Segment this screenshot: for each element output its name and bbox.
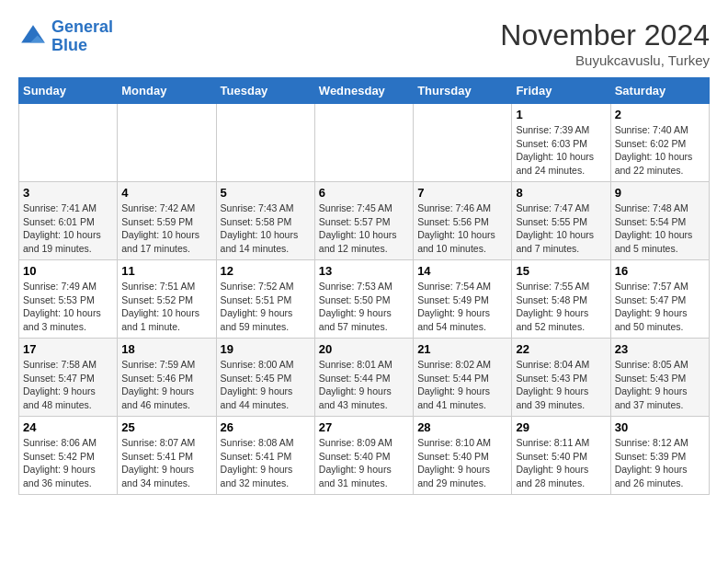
calendar-cell: 17Sunrise: 7:58 AM Sunset: 5:47 PM Dayli… <box>19 339 118 417</box>
day-number: 17 <box>23 342 113 356</box>
calendar-cell <box>314 104 413 182</box>
calendar-cell: 9Sunrise: 7:48 AM Sunset: 5:54 PM Daylig… <box>610 182 709 260</box>
calendar-cell: 5Sunrise: 7:43 AM Sunset: 5:58 PM Daylig… <box>216 182 314 260</box>
day-info: Sunrise: 8:05 AM Sunset: 5:43 PM Dayligh… <box>615 358 705 412</box>
day-info: Sunrise: 8:12 AM Sunset: 5:39 PM Dayligh… <box>615 436 705 490</box>
day-info: Sunrise: 7:47 AM Sunset: 5:55 PM Dayligh… <box>516 201 606 256</box>
calendar-week-1: 3Sunrise: 7:41 AM Sunset: 6:01 PM Daylig… <box>19 182 710 260</box>
day-info: Sunrise: 7:59 AM Sunset: 5:46 PM Dayligh… <box>121 358 211 412</box>
calendar-cell: 18Sunrise: 7:59 AM Sunset: 5:46 PM Dayli… <box>118 339 216 417</box>
calendar-cell: 26Sunrise: 8:08 AM Sunset: 5:41 PM Dayli… <box>216 417 314 495</box>
day-number: 26 <box>221 420 311 434</box>
day-number: 5 <box>221 186 311 200</box>
day-info: Sunrise: 7:40 AM Sunset: 6:02 PM Dayligh… <box>615 123 705 178</box>
day-number: 12 <box>221 264 311 278</box>
calendar-cell: 1Sunrise: 7:39 AM Sunset: 6:03 PM Daylig… <box>512 104 610 182</box>
calendar-cell: 15Sunrise: 7:55 AM Sunset: 5:48 PM Dayli… <box>512 260 610 339</box>
day-info: Sunrise: 7:39 AM Sunset: 6:03 PM Dayligh… <box>516 123 606 178</box>
month-title: November 2024 <box>500 18 710 52</box>
day-info: Sunrise: 8:06 AM Sunset: 5:42 PM Dayligh… <box>23 436 113 490</box>
day-number: 16 <box>615 264 705 278</box>
calendar-cell: 30Sunrise: 8:12 AM Sunset: 5:39 PM Dayli… <box>610 417 709 495</box>
title-block: November 2024 Buyukcavuslu, Turkey <box>500 18 710 68</box>
calendar-cell: 13Sunrise: 7:53 AM Sunset: 5:50 PM Dayli… <box>314 260 413 339</box>
weekday-header-thursday: Thursday <box>414 78 512 104</box>
day-info: Sunrise: 7:55 AM Sunset: 5:48 PM Dayligh… <box>516 280 606 334</box>
day-number: 29 <box>516 420 606 434</box>
weekday-header-tuesday: Tuesday <box>216 78 314 104</box>
calendar-cell <box>414 104 512 182</box>
calendar-cell: 20Sunrise: 8:01 AM Sunset: 5:44 PM Dayli… <box>314 339 413 417</box>
day-info: Sunrise: 8:08 AM Sunset: 5:41 PM Dayligh… <box>221 436 311 490</box>
day-number: 23 <box>615 342 705 356</box>
weekday-header-monday: Monday <box>118 78 216 104</box>
calendar-cell: 11Sunrise: 7:51 AM Sunset: 5:52 PM Dayli… <box>118 260 216 339</box>
weekday-header-sunday: Sunday <box>19 78 118 104</box>
calendar-cell <box>19 104 118 182</box>
calendar-cell: 7Sunrise: 7:46 AM Sunset: 5:56 PM Daylig… <box>414 182 512 260</box>
calendar-cell: 14Sunrise: 7:54 AM Sunset: 5:49 PM Dayli… <box>414 260 512 339</box>
calendar-cell: 3Sunrise: 7:41 AM Sunset: 6:01 PM Daylig… <box>19 182 118 260</box>
calendar-cell: 16Sunrise: 7:57 AM Sunset: 5:47 PM Dayli… <box>610 260 709 339</box>
calendar-cell: 8Sunrise: 7:47 AM Sunset: 5:55 PM Daylig… <box>512 182 610 260</box>
calendar-cell: 2Sunrise: 7:40 AM Sunset: 6:02 PM Daylig… <box>610 104 709 182</box>
day-info: Sunrise: 7:52 AM Sunset: 5:51 PM Dayligh… <box>221 280 311 334</box>
day-info: Sunrise: 8:01 AM Sunset: 5:44 PM Dayligh… <box>319 358 409 412</box>
weekday-header-friday: Friday <box>512 78 610 104</box>
calendar-cell: 25Sunrise: 8:07 AM Sunset: 5:41 PM Dayli… <box>118 417 216 495</box>
day-info: Sunrise: 8:04 AM Sunset: 5:43 PM Dayligh… <box>516 358 606 412</box>
day-number: 22 <box>516 342 606 356</box>
day-number: 14 <box>417 264 507 278</box>
calendar-cell: 21Sunrise: 8:02 AM Sunset: 5:44 PM Dayli… <box>414 339 512 417</box>
day-info: Sunrise: 7:51 AM Sunset: 5:52 PM Dayligh… <box>121 280 211 334</box>
calendar-cell: 12Sunrise: 7:52 AM Sunset: 5:51 PM Dayli… <box>216 260 314 339</box>
day-number: 8 <box>516 186 606 200</box>
day-info: Sunrise: 8:09 AM Sunset: 5:40 PM Dayligh… <box>319 436 409 490</box>
calendar-cell: 27Sunrise: 8:09 AM Sunset: 5:40 PM Dayli… <box>314 417 413 495</box>
weekday-header-saturday: Saturday <box>610 78 709 104</box>
day-number: 19 <box>221 342 311 356</box>
day-number: 25 <box>121 420 211 434</box>
day-info: Sunrise: 7:58 AM Sunset: 5:47 PM Dayligh… <box>23 358 113 412</box>
day-info: Sunrise: 7:49 AM Sunset: 5:53 PM Dayligh… <box>23 280 113 334</box>
calendar-cell: 22Sunrise: 8:04 AM Sunset: 5:43 PM Dayli… <box>512 339 610 417</box>
calendar-cell: 23Sunrise: 8:05 AM Sunset: 5:43 PM Dayli… <box>610 339 709 417</box>
day-number: 30 <box>615 420 705 434</box>
page-header: General Blue November 2024 Buyukcavuslu,… <box>18 18 710 68</box>
logo-line2: Blue <box>51 36 87 54</box>
day-number: 3 <box>23 186 113 200</box>
logo: General Blue <box>18 18 113 55</box>
calendar-cell <box>118 104 216 182</box>
logo-text: General Blue <box>51 18 113 55</box>
calendar-table: SundayMondayTuesdayWednesdayThursdayFrid… <box>18 77 710 495</box>
day-info: Sunrise: 7:41 AM Sunset: 6:01 PM Dayligh… <box>23 201 113 256</box>
day-info: Sunrise: 8:02 AM Sunset: 5:44 PM Dayligh… <box>417 358 507 412</box>
day-number: 11 <box>121 264 211 278</box>
day-info: Sunrise: 7:54 AM Sunset: 5:49 PM Dayligh… <box>417 280 507 334</box>
day-number: 18 <box>121 342 211 356</box>
day-number: 15 <box>516 264 606 278</box>
calendar-week-0: 1Sunrise: 7:39 AM Sunset: 6:03 PM Daylig… <box>19 104 710 182</box>
day-number: 9 <box>615 186 705 200</box>
calendar-cell <box>216 104 314 182</box>
day-info: Sunrise: 8:10 AM Sunset: 5:40 PM Dayligh… <box>417 436 507 490</box>
calendar-header: SundayMondayTuesdayWednesdayThursdayFrid… <box>19 78 710 104</box>
calendar-cell: 19Sunrise: 8:00 AM Sunset: 5:45 PM Dayli… <box>216 339 314 417</box>
logo-icon <box>18 22 48 52</box>
day-info: Sunrise: 8:11 AM Sunset: 5:40 PM Dayligh… <box>516 436 606 490</box>
logo-line1: General <box>51 17 113 36</box>
calendar-cell: 29Sunrise: 8:11 AM Sunset: 5:40 PM Dayli… <box>512 417 610 495</box>
day-number: 6 <box>319 186 409 200</box>
day-number: 2 <box>615 108 705 121</box>
calendar-cell: 6Sunrise: 7:45 AM Sunset: 5:57 PM Daylig… <box>314 182 413 260</box>
calendar-cell: 24Sunrise: 8:06 AM Sunset: 5:42 PM Dayli… <box>19 417 118 495</box>
day-number: 21 <box>417 342 507 356</box>
day-number: 20 <box>319 342 409 356</box>
calendar-cell: 4Sunrise: 7:42 AM Sunset: 5:59 PM Daylig… <box>118 182 216 260</box>
day-number: 27 <box>319 420 409 434</box>
day-info: Sunrise: 7:42 AM Sunset: 5:59 PM Dayligh… <box>121 201 211 256</box>
calendar-week-4: 24Sunrise: 8:06 AM Sunset: 5:42 PM Dayli… <box>19 417 710 495</box>
day-number: 10 <box>23 264 113 278</box>
calendar-week-3: 17Sunrise: 7:58 AM Sunset: 5:47 PM Dayli… <box>19 339 710 417</box>
day-number: 28 <box>417 420 507 434</box>
